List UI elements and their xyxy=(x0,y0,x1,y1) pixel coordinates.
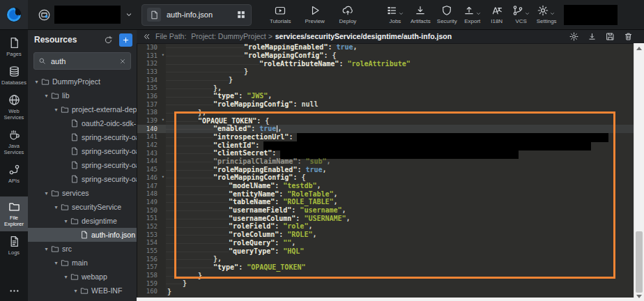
expand-arrow-icon[interactable]: ▾ xyxy=(53,204,59,210)
tree-item-securityservice[interactable]: ▾securityService xyxy=(28,200,137,214)
code-line-131[interactable]: 131▾"roleMappingConfig": { xyxy=(137,52,634,60)
sidebar-item-web-services[interactable]: Web Services xyxy=(0,90,28,125)
vertical-scrollbar[interactable] xyxy=(634,43,644,301)
tree-item-services[interactable]: ▾services xyxy=(28,186,137,200)
account-area-redacted[interactable] xyxy=(564,5,618,25)
expand-arrow-icon[interactable]: ▾ xyxy=(43,93,49,99)
code-line-133[interactable]: 133} xyxy=(137,68,634,76)
expand-arrow-icon[interactable]: ▾ xyxy=(43,190,49,196)
horizontal-scrollbar[interactable] xyxy=(137,298,634,301)
topbar-preview-button[interactable]: Preview xyxy=(305,5,324,24)
code-line-130[interactable]: 130"roleMappingEnabled": true, xyxy=(137,43,634,52)
code-line-156[interactable]: 156}, xyxy=(137,255,634,263)
tree-item-spring-security-oau[interactable]: spring-security-oau xyxy=(28,158,137,172)
tree-item-main[interactable]: ▾main xyxy=(28,256,137,270)
sidebar-item-pages[interactable]: Pages xyxy=(0,33,28,61)
expand-arrow-icon[interactable]: ▾ xyxy=(43,246,49,252)
topbar-artifacts-button[interactable]: Artifacts xyxy=(411,5,431,24)
code-line-141[interactable]: 141"introspectionUrl": xyxy=(137,133,634,141)
code-line-155[interactable]: 155"queryType": "HQL" xyxy=(137,247,634,255)
code-line-138[interactable]: 138}, xyxy=(137,109,634,117)
file-settings-gear-icon[interactable] xyxy=(569,32,578,41)
topbar-jobs-button[interactable]: Jobs xyxy=(386,5,404,24)
chevron-down-icon[interactable] xyxy=(475,10,482,17)
fold-arrow-icon[interactable]: ▾ xyxy=(162,173,164,182)
scroll-up-arrow-icon[interactable] xyxy=(636,47,642,50)
collapse-panel-icon[interactable] xyxy=(143,33,151,40)
code-line-146[interactable]: 146▾"roleMappingConfig": { xyxy=(137,173,634,182)
tree-item-src[interactable]: ▾src xyxy=(28,242,137,256)
expand-arrow-icon[interactable]: ▾ xyxy=(63,218,69,224)
code-line-137[interactable]: 137"roleMappingConfig": null xyxy=(137,100,634,109)
chevron-down-icon[interactable] xyxy=(524,10,530,17)
tree-item-project-external-depend[interactable]: ▾project-external-depend xyxy=(28,102,137,116)
code-line-159[interactable]: 159} xyxy=(137,279,634,288)
chevron-down-icon[interactable] xyxy=(125,10,133,19)
code-line-134[interactable]: 134} xyxy=(137,76,634,84)
tree-item-webapp[interactable]: ▾webapp xyxy=(28,270,137,284)
scroll-down-arrow-icon[interactable] xyxy=(636,295,642,298)
open-file-tab[interactable]: auth-info.json xyxy=(141,4,252,26)
code-line-139[interactable]: 139▾"OPAQUE_TOKEN": { xyxy=(137,116,634,125)
tree-item-spring-security-oau[interactable]: spring-security-oau xyxy=(28,144,137,158)
sidebar-item-databases[interactable]: Databases xyxy=(0,61,28,90)
topbar-security-button[interactable]: Security xyxy=(437,5,457,24)
refresh-icon[interactable] xyxy=(104,36,113,45)
tree-item-dummyproject[interactable]: ▾DummyProject xyxy=(28,75,137,88)
chevron-down-icon[interactable] xyxy=(398,10,404,17)
sidebar-item-apis[interactable]: APIs xyxy=(0,160,28,188)
topbar-export-button[interactable]: Export xyxy=(463,5,482,24)
grid-icon[interactable] xyxy=(236,10,246,20)
add-resource-button[interactable] xyxy=(119,33,132,47)
tree-item-lib[interactable]: ▾lib xyxy=(28,298,137,301)
code-line-145[interactable]: 145"roleMappingEnabled": true, xyxy=(137,165,634,173)
code-line-152[interactable]: 152"roleField": "role", xyxy=(137,222,634,231)
sidebar-item-java-services[interactable]: Java Services xyxy=(0,125,28,160)
project-selector[interactable] xyxy=(38,6,133,24)
expand-arrow-icon[interactable]: ▾ xyxy=(33,79,40,85)
code-line-149[interactable]: 149"tableName": "ROLE_TABLE", xyxy=(137,198,634,206)
topbar-settings-button[interactable]: Settings xyxy=(537,5,557,24)
code-line-153[interactable]: 153"roleColumn": "ROLE", xyxy=(137,231,634,239)
delete-file-icon[interactable] xyxy=(624,32,633,41)
code-line-136[interactable]: 136"type": "JWS", xyxy=(137,92,634,100)
code-line-158[interactable]: 158} xyxy=(137,271,634,279)
code-line-160[interactable]: 160} xyxy=(137,288,634,296)
save-file-icon[interactable] xyxy=(606,32,615,41)
code-line-140[interactable]: 140"enabled": true, xyxy=(137,125,634,133)
tree-item-designtime[interactable]: ▾designtime xyxy=(28,214,137,228)
code-viewport[interactable]: 130"roleMappingEnabled": true,131▾"roleM… xyxy=(137,43,634,298)
code-line-142[interactable]: 142"clientId": xyxy=(137,141,634,149)
app-logo[interactable] xyxy=(0,0,28,29)
code-line-147[interactable]: 147"modelName": "testdb", xyxy=(137,182,634,190)
tree-item-oauth2-oidc-sdk-10[interactable]: oauth2-oidc-sdk-10 xyxy=(28,116,137,130)
code-line-150[interactable]: 150"usernameField": "username", xyxy=(137,206,634,215)
tree-item-spring-security-oau[interactable]: spring-security-oau xyxy=(28,130,137,144)
tree-item-web-inf[interactable]: ▾WEB-INF xyxy=(28,284,137,298)
chevron-down-icon[interactable] xyxy=(549,10,555,17)
resource-search-input[interactable] xyxy=(49,56,116,66)
sidebar-item-file-explorer[interactable]: File Explorer xyxy=(0,196,28,231)
tree-item-lib[interactable]: ▾lib xyxy=(28,88,137,102)
topbar-vcs-button[interactable]: VCS xyxy=(512,5,530,24)
code-line-148[interactable]: 148"entityName": "RoleTable", xyxy=(137,190,634,198)
topbar-deploy-button[interactable]: Deploy xyxy=(339,5,357,24)
topbar-i18n-button[interactable]: I18N xyxy=(488,5,506,24)
sidebar-item-logs[interactable]: Logs xyxy=(0,231,28,260)
code-line-157[interactable]: 157"type": "OPAQUE_TOKEN" xyxy=(137,263,634,272)
scrollbar-thumb[interactable] xyxy=(636,231,643,293)
fold-arrow-icon[interactable]: ▾ xyxy=(162,52,164,60)
expand-arrow-icon[interactable]: ▾ xyxy=(72,288,79,294)
sidebar-item-more[interactable] xyxy=(0,281,28,301)
code-line-135[interactable]: 135}, xyxy=(137,84,634,92)
tree-item-auth-info-json[interactable]: auth-info.json xyxy=(28,228,137,242)
topbar-tutorials-button[interactable]: Tutorials xyxy=(270,5,291,24)
clear-search-icon[interactable] xyxy=(119,58,126,65)
download-file-icon[interactable] xyxy=(588,32,597,41)
code-line-154[interactable]: 154"roleQuery": "", xyxy=(137,239,634,247)
code-line-132[interactable]: 132"roleAttributeName": "roleAttribute" xyxy=(137,59,634,68)
fold-arrow-icon[interactable]: ▾ xyxy=(162,116,164,125)
expand-arrow-icon[interactable]: ▾ xyxy=(53,260,59,266)
tree-item-spring-security-oau[interactable]: spring-security-oau xyxy=(28,172,137,186)
expand-arrow-icon[interactable]: ▾ xyxy=(63,274,69,280)
